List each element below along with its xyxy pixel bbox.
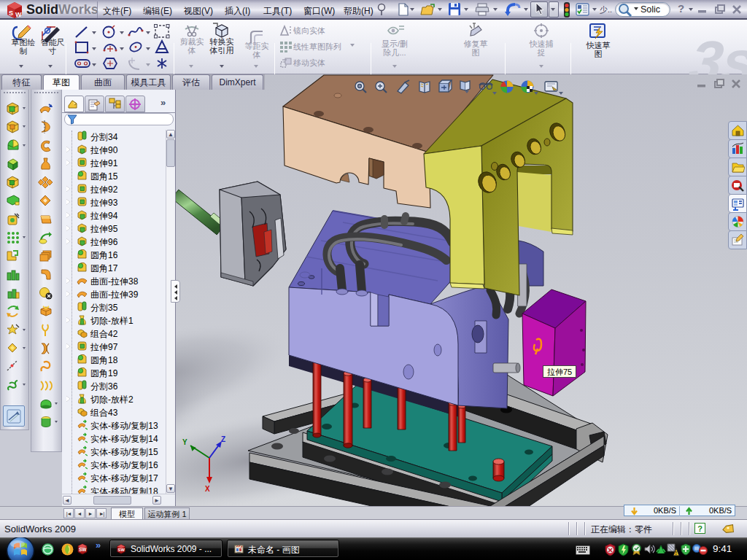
svg-text:SW: SW — [118, 548, 125, 552]
svg-text:!: ! — [676, 551, 677, 556]
svg-text:Z: Z — [221, 435, 225, 443]
svg-text:SW: SW — [79, 547, 87, 552]
svg-text:S: S — [9, 9, 13, 17]
svg-text:W: W — [15, 11, 22, 18]
svg-text:X: X — [205, 485, 210, 493]
svg-text:Y: Y — [182, 438, 187, 446]
